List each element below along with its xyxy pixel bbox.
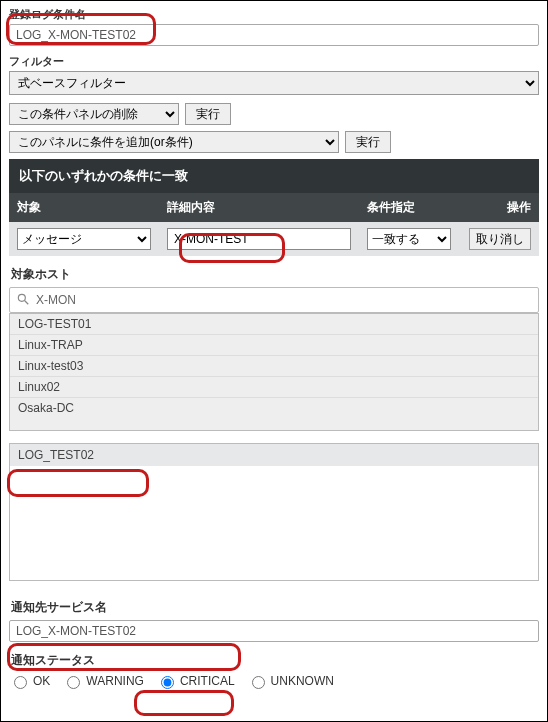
delete-panel-select[interactable]: この条件パネルの削除 [9, 103, 179, 125]
filter-select[interactable]: 式ベースフィルター [9, 71, 539, 95]
exec-button-2[interactable]: 実行 [345, 131, 391, 153]
header-target: 対象 [9, 193, 159, 222]
header-detail: 詳細内容 [159, 193, 359, 222]
host-item[interactable]: Osaka-DC [10, 397, 538, 418]
hosts-label: 対象ホスト [11, 266, 539, 283]
status-radio-ok[interactable] [14, 676, 27, 689]
status-label-warning: WARNING [86, 674, 144, 688]
selected-host-item[interactable]: LOG_TEST02 [10, 444, 538, 466]
header-cond: 条件指定 [359, 193, 459, 222]
host-item[interactable]: Linux-test03 [10, 355, 538, 376]
status-option-unknown[interactable]: UNKNOWN [247, 673, 334, 689]
target-select[interactable]: メッセージ [17, 228, 151, 250]
notify-status-row: OK WARNING CRITICAL UNKNOWN [9, 673, 539, 689]
search-icon [16, 292, 30, 306]
status-label-critical: CRITICAL [180, 674, 235, 688]
status-radio-critical[interactable] [161, 676, 174, 689]
status-radio-warning[interactable] [67, 676, 80, 689]
notify-service-input[interactable] [9, 620, 539, 642]
condition-panel-title: 以下のいずれかの条件に一致 [9, 159, 539, 193]
status-option-critical[interactable]: CRITICAL [156, 673, 235, 689]
notify-status-label: 通知ステータス [11, 652, 539, 669]
host-item[interactable]: Linux02 [10, 376, 538, 397]
cond-name-input[interactable] [9, 24, 539, 46]
host-search-input[interactable] [9, 287, 539, 313]
selected-hosts-box[interactable]: LOG_TEST02 [9, 443, 539, 581]
svg-line-1 [25, 301, 29, 305]
cancel-button[interactable]: 取り消し [469, 228, 531, 250]
highlight-status-critical [134, 690, 234, 716]
filter-label: フィルター [9, 54, 539, 69]
cond-name-label: 登録ログ条件名 [9, 7, 539, 22]
host-item[interactable]: Linux-TRAP [10, 334, 538, 355]
status-label-unknown: UNKNOWN [271, 674, 334, 688]
header-action: 操作 [459, 193, 539, 222]
host-list[interactable]: LOG-TEST01Linux-TRAPLinux-test03Linux02O… [9, 313, 539, 431]
host-item[interactable]: LOG-TEST01 [10, 314, 538, 334]
exec-button-1[interactable]: 実行 [185, 103, 231, 125]
condition-panel: 以下のいずれかの条件に一致 対象 詳細内容 条件指定 操作 メッセージ 一致する [9, 159, 539, 256]
svg-point-0 [18, 294, 25, 301]
status-option-ok[interactable]: OK [9, 673, 50, 689]
status-label-ok: OK [33, 674, 50, 688]
add-condition-select[interactable]: このパネルに条件を追加(or条件) [9, 131, 339, 153]
condition-row: メッセージ 一致する 取り消し [9, 222, 539, 256]
status-option-warning[interactable]: WARNING [62, 673, 144, 689]
condition-header-row: 対象 詳細内容 条件指定 操作 [9, 193, 539, 222]
cond-select[interactable]: 一致する [367, 228, 451, 250]
notify-service-label: 通知先サービス名 [11, 599, 539, 616]
status-radio-unknown[interactable] [252, 676, 265, 689]
detail-input[interactable] [167, 228, 351, 250]
